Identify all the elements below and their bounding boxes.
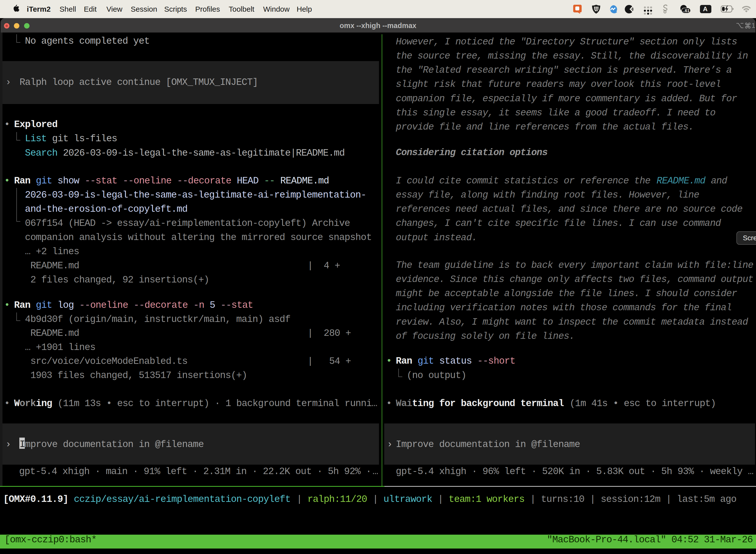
svg-text:..61: ..61: [683, 8, 690, 13]
svg-text:1: 1: [752, 22, 755, 29]
